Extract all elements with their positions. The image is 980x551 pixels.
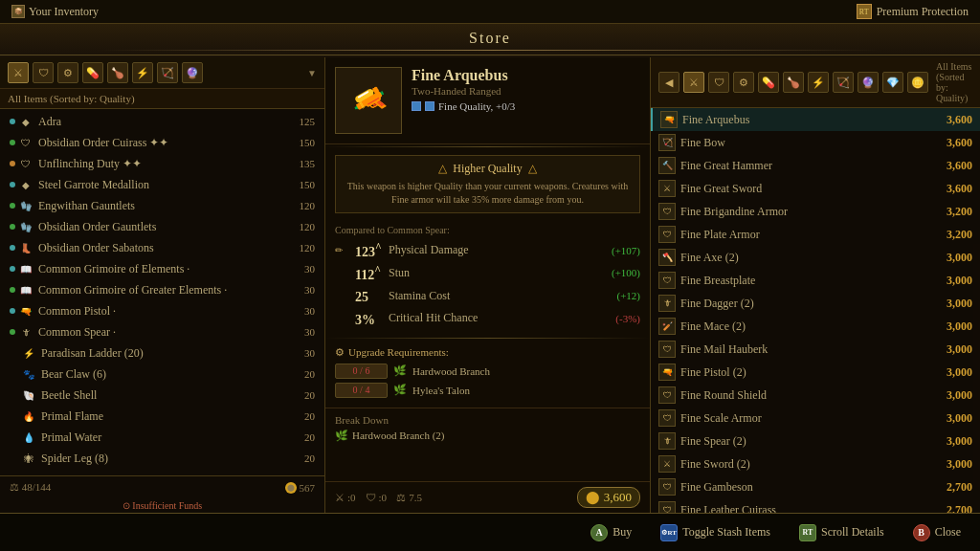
store-list-item[interactable]: 🛡 Fine Round Shield 3,000 xyxy=(651,384,980,407)
filter-armor-btn[interactable]: 🛡 xyxy=(33,62,54,83)
store-item-icon: 🛡 xyxy=(658,341,676,358)
inventory-panel: ⚔ 🛡 ⚙ 💊 🍗 ⚡ 🏹 🔮 ▼ All Items (Sorted by: … xyxy=(0,57,325,513)
item-type-icon: 🐚 xyxy=(21,387,36,403)
item-type-icon: 🧤 xyxy=(18,198,33,213)
store-item-name: Fine Breastplate xyxy=(680,274,947,288)
inventory-header: 📦 Your Inventory xyxy=(11,5,99,19)
store-filter-item[interactable]: ⚙ xyxy=(733,72,754,93)
buy-label: Buy xyxy=(612,525,632,540)
filter-extra-btn[interactable]: 🔮 xyxy=(182,62,203,83)
filter-all-btn[interactable]: ⚔ xyxy=(8,62,29,83)
store-list-item[interactable]: 🛡 Fine Breastplate 3,000 xyxy=(651,269,980,292)
store-filter-ammo[interactable]: 🏹 xyxy=(833,72,854,93)
price-badge: ⬤ 3,600 xyxy=(577,487,640,508)
store-filter-magic[interactable]: ⚡ xyxy=(808,72,829,93)
store-item-price: 3,000 xyxy=(947,457,972,472)
action-bar: A Buy ⚙RT Toggle Stash Items RT Scroll D… xyxy=(0,513,980,551)
inventory-list-item[interactable]: 🛡 Unflinching Duty ✦✦ 135 xyxy=(0,153,324,174)
store-list-item[interactable]: ⚔ Fine Sword (2) 3,000 xyxy=(651,452,980,475)
inventory-list-item[interactable]: 📖 Common Grimoire of Elements · 30 xyxy=(0,258,324,279)
inventory-list-item[interactable]: 🧤 Obsidian Order Gauntlets 120 xyxy=(0,216,324,237)
store-item-price: 3,600 xyxy=(947,182,972,196)
item-name: Adra xyxy=(38,115,286,129)
store-list-item[interactable]: 🔫 Fine Pistol (2) 3,000 xyxy=(651,361,980,384)
requirement-bar: 0 / 6 🌿 Hardwood Branch xyxy=(335,364,640,379)
store-filter-all[interactable]: ⚔ xyxy=(683,72,704,93)
weight-display: ⚖ 48/144 xyxy=(10,481,51,494)
store-title: Store xyxy=(0,24,980,55)
filter-item-btn[interactable]: ⚙ xyxy=(57,62,78,83)
breakdown-item: 🌿 Hardwood Branch (2) xyxy=(335,430,640,442)
store-filter-arrow[interactable]: ◀ xyxy=(658,72,679,93)
filter-food-btn[interactable]: 🍗 xyxy=(107,62,128,83)
store-item-price: 3,000 xyxy=(947,320,972,334)
inventory-list-item[interactable]: ⚡ Paradisan Ladder (20) 30 xyxy=(0,342,324,364)
inventory-list-item[interactable]: 🛡 Obsidian Order Cuirass ✦✦ 150 xyxy=(0,132,324,153)
close-button[interactable]: B Close xyxy=(913,524,961,541)
store-item-icon: 🛡 xyxy=(658,203,676,220)
store-filter-food[interactable]: 🍗 xyxy=(783,72,804,93)
inventory-list-item[interactable]: 🐚 Beetle Shell 20 xyxy=(0,385,324,406)
store-list-item[interactable]: 🛡 Fine Brigandine Armor 3,200 xyxy=(651,200,980,223)
inventory-list-item[interactable]: 👢 Obsidian Order Sabatons 120 xyxy=(0,237,324,258)
store-list-item[interactable]: ⚔ Fine Great Sword 3,600 xyxy=(651,177,980,200)
store-list-item[interactable]: 🗡 Fine Dagger (2) 3,000 xyxy=(651,292,980,315)
item-price: 30 xyxy=(286,347,315,359)
toggle-stash-label: Toggle Stash Items xyxy=(682,525,770,540)
store-item-price: 3,000 xyxy=(947,342,972,357)
store-list-item[interactable]: 🔫 Fine Arquebus 3,600 xyxy=(651,108,980,131)
sort-arrow[interactable]: ▼ xyxy=(307,68,317,78)
scroll-details-button[interactable]: RT Scroll Details xyxy=(799,524,884,541)
item-type-icon: 🕷 xyxy=(21,451,36,466)
store-list-item[interactable]: 🏏 Fine Mace (2) 3,000 xyxy=(651,315,980,338)
triangle-right-icon: △ xyxy=(528,162,537,176)
store-item-list[interactable]: 🔫 Fine Arquebus 3,600 🏹 Fine Bow 3,600 🔨… xyxy=(651,108,980,513)
store-item-price: 3,000 xyxy=(947,365,972,380)
store-list-item[interactable]: 🪓 Fine Axe (2) 3,000 xyxy=(651,246,980,269)
buy-button[interactable]: A Buy xyxy=(590,524,632,541)
filter-magic-btn[interactable]: ⚡ xyxy=(132,62,153,83)
item-price: 125 xyxy=(286,116,315,127)
store-header-left: ◀ ⚔ 🛡 ⚙ 💊 🍗 ⚡ 🏹 🔮 💎 🪙 xyxy=(658,72,928,93)
store-list-item[interactable]: 🔨 Fine Great Hammer 3,600 xyxy=(651,154,980,177)
weight-value: 7.5 xyxy=(409,492,422,503)
filter-ammo-btn[interactable]: 🏹 xyxy=(157,62,178,83)
item-type-icon: ⚡ xyxy=(21,345,36,361)
store-filter-armor[interactable]: 🛡 xyxy=(708,72,729,93)
store-item-name: Fine Sword (2) xyxy=(680,457,947,472)
inventory-list-item[interactable]: 🔥 Primal Flame 20 xyxy=(0,406,324,427)
store-list-item[interactable]: 🗡 Fine Spear (2) 3,000 xyxy=(651,430,980,452)
inventory-list-item[interactable]: 🐾 Bear Claw (6) 20 xyxy=(0,364,324,385)
hq-title: △ Higher Quality △ xyxy=(344,162,632,176)
store-item-price: 3,200 xyxy=(947,205,972,219)
inventory-list-item[interactable]: 🗡 Common Spear · 30 xyxy=(0,321,324,342)
attack-value: :0 xyxy=(347,492,356,503)
inventory-list-item[interactable]: ◆ Adra 125 xyxy=(0,111,324,132)
toggle-stash-button[interactable]: ⚙RT Toggle Stash Items xyxy=(660,524,770,541)
inventory-list-item[interactable]: 🧤 Engwithan Gauntlets 120 xyxy=(0,195,324,216)
store-filter-extra[interactable]: 🔮 xyxy=(858,72,879,93)
store-list-item[interactable]: 🛡 Fine Scale Armor 3,000 xyxy=(651,407,980,430)
inventory-list-item[interactable]: 💧 Primal Water 20 xyxy=(0,427,324,448)
item-price: 30 xyxy=(286,263,315,275)
store-list-item[interactable]: 🛡 Fine Gambeson 2,700 xyxy=(651,475,980,498)
inventory-list-item[interactable]: ◆ Steel Garrote Medallion 150 xyxy=(0,174,324,195)
inventory-list-item[interactable]: 📖 Common Grimoire of Greater Elements · … xyxy=(0,279,324,300)
breakdown-items: 🌿 Hardwood Branch (2) xyxy=(335,430,640,442)
upgrade-section: ⚙ Upgrade Requirements: 0 / 6 🌿 Hardwood… xyxy=(325,341,650,408)
store-list-item[interactable]: 🛡 Fine Leather Cuirass 2,700 xyxy=(651,498,980,513)
store-filter-coin[interactable]: 🪙 xyxy=(907,72,928,93)
store-item-icon: 🔨 xyxy=(658,157,676,174)
store-filter-misc[interactable]: 💊 xyxy=(758,72,779,93)
inventory-list-item[interactable]: 🕷 Spider Leg (8) 20 xyxy=(0,448,324,469)
stat-icon: ✏ xyxy=(335,245,350,255)
inventory-item-list[interactable]: ◆ Adra 125 🛡 Obsidian Order Cuirass ✦✦ 1… xyxy=(0,109,324,475)
item-name: Common Spear · xyxy=(38,325,286,340)
insufficient-funds-label: ⊙ Insufficient Funds xyxy=(0,498,324,513)
inventory-list-item[interactable]: 🔫 Common Pistol · 30 xyxy=(0,300,324,321)
store-list-item[interactable]: 🛡 Fine Mail Hauberk 3,000 xyxy=(651,338,980,361)
store-list-item[interactable]: 🛡 Fine Plate Armor 3,200 xyxy=(651,223,980,246)
filter-misc-btn[interactable]: 💊 xyxy=(82,62,103,83)
store-list-item[interactable]: 🏹 Fine Bow 3,600 xyxy=(651,131,980,154)
store-filter-gem[interactable]: 💎 xyxy=(882,72,903,93)
